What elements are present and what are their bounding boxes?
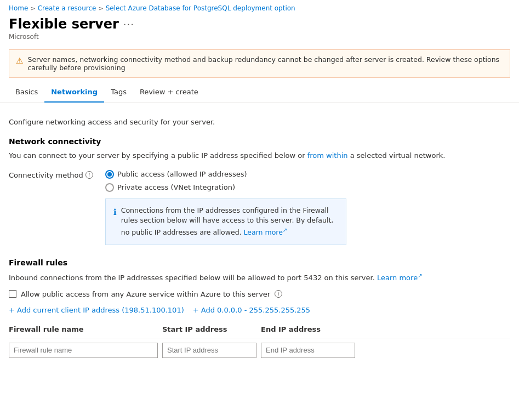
info-box-text: Connections from the IP addresses config…: [121, 206, 334, 237]
warning-text: Server names, networking connectivity me…: [27, 55, 503, 72]
col-header-firewall-name: Firewall rule name: [9, 325, 162, 333]
tab-networking[interactable]: Networking: [44, 82, 104, 103]
start-ip-input[interactable]: [162, 343, 256, 358]
info-box-content: Connections from the IP addresses config…: [121, 206, 338, 238]
firewall-rule-name-input[interactable]: [9, 343, 158, 358]
breadcrumb-home[interactable]: Home: [9, 4, 28, 12]
firewall-learn-more-external-icon: ↗: [418, 273, 422, 279]
breadcrumb-sep-2: >: [98, 5, 103, 12]
firewall-table-header: Firewall rule name Start IP address End …: [9, 325, 510, 338]
page-subtitle: Microsoft: [9, 33, 510, 41]
info-box-learn-more[interactable]: Learn more↗: [244, 228, 288, 236]
network-connectivity-section: Network connectivity You can connect to …: [9, 137, 510, 245]
connectivity-info-icon[interactable]: i: [85, 171, 93, 179]
public-access-checkbox[interactable]: [9, 290, 16, 298]
tab-review-create[interactable]: Review + create: [133, 82, 205, 103]
add-ip-links: + Add current client IP address (198.51.…: [9, 306, 510, 314]
col-header-end-ip: End IP address: [261, 325, 360, 333]
firewall-title: Firewall rules: [9, 258, 510, 267]
warning-banner: ⚠ Server names, networking connectivity …: [9, 49, 510, 78]
add-all-ip-link[interactable]: + Add 0.0.0.0 - 255.255.255.255: [193, 306, 310, 314]
connectivity-radio-group: Public access (allowed IP addresses) Pri…: [105, 170, 247, 192]
connectivity-subtitle: You can connect to your server by specif…: [9, 150, 510, 161]
connectivity-method-label: Connectivity method i: [9, 170, 96, 179]
public-access-checkbox-row: Allow public access from any Azure servi…: [9, 290, 510, 298]
subtitle-part2: a selected virtual network.: [350, 151, 446, 160]
breadcrumb-create-resource[interactable]: Create a resource: [38, 4, 96, 12]
breadcrumb: Home > Create a resource > Select Azure …: [0, 0, 519, 14]
connectivity-title: Network connectivity: [9, 137, 510, 146]
checkbox-info-icon[interactable]: i: [275, 290, 282, 298]
firewall-learn-more[interactable]: Learn more↗: [377, 274, 423, 282]
tab-basics[interactable]: Basics: [9, 82, 44, 103]
public-access-label: Allow public access from any Azure servi…: [21, 290, 270, 298]
page-menu-icon[interactable]: ···: [123, 19, 134, 30]
connectivity-field-row: Connectivity method i Public access (all…: [9, 170, 510, 192]
content-area: Configure networking access and security…: [0, 103, 519, 358]
firewall-rules-section: Firewall rules Inbound connections from …: [9, 258, 510, 358]
radio-private-label: Private access (VNet Integration): [117, 183, 235, 191]
firewall-desc-text: Inbound connections from the IP addresse…: [9, 274, 375, 282]
end-ip-input[interactable]: [261, 343, 355, 358]
breadcrumb-deployment-option[interactable]: Select Azure Database for PostgreSQL dep…: [106, 4, 295, 12]
public-access-info-box: ℹ Connections from the IP addresses conf…: [105, 198, 346, 245]
firewall-table-input-row: [9, 343, 510, 358]
radio-public-circle: [105, 170, 114, 179]
radio-public-access[interactable]: Public access (allowed IP addresses): [105, 170, 247, 179]
page-title: Flexible server: [9, 16, 119, 32]
radio-private-access[interactable]: Private access (VNet Integration): [105, 183, 247, 192]
add-client-ip-link[interactable]: + Add current client IP address (198.51.…: [9, 306, 184, 314]
radio-public-label: Public access (allowed IP addresses): [117, 170, 247, 178]
breadcrumb-sep-1: >: [30, 5, 35, 12]
tab-tags[interactable]: Tags: [104, 82, 133, 103]
page-header: Flexible server ··· Microsoft: [0, 14, 519, 45]
subtitle-part1: You can connect to your server by specif…: [9, 151, 305, 160]
networking-description: Configure networking access and security…: [9, 118, 510, 126]
info-box-icon: ℹ: [113, 206, 117, 238]
warning-icon: ⚠: [16, 56, 23, 66]
learn-more-external-icon: ↗: [283, 227, 287, 233]
tabs-container: Basics Networking Tags Review + create: [0, 82, 519, 103]
col-header-start-ip: Start IP address: [162, 325, 261, 333]
firewall-description: Inbound connections from the IP addresse…: [9, 271, 510, 283]
subtitle-highlight: from within: [307, 151, 348, 160]
radio-private-circle: [105, 183, 114, 192]
